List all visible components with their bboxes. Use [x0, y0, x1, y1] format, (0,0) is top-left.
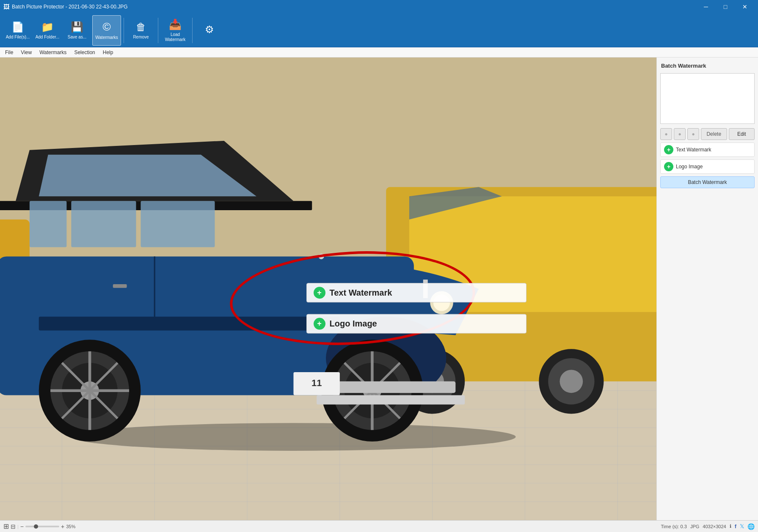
app-icon: 🖼	[3, 3, 9, 10]
status-right: JPG 4032×3024 ℹ f 𝕏 🌐	[690, 523, 755, 530]
toolbar: 📄 Add File(s)... 📁 Add Folder... 💾 Save …	[0, 14, 758, 47]
toolbar-divider-3	[192, 18, 193, 43]
batch-watermark-row[interactable]: Batch Watermark	[660, 176, 755, 188]
title-bar-left: 🖼 Batch Picture Protector - 2021-06-30 2…	[3, 3, 127, 10]
main-area: 11 + Text Watermark + Logo Image Batch W…	[0, 58, 758, 520]
zoom-in-button[interactable]: +	[61, 523, 64, 530]
svg-point-27	[71, 423, 515, 451]
image-area: 11 + Text Watermark + Logo Image	[0, 58, 656, 520]
toolbar-divider	[124, 18, 124, 43]
zoom-thumb	[34, 524, 38, 529]
dimensions-label: 4032×3024	[703, 524, 726, 529]
watermarks-button[interactable]: © Watermarks	[92, 15, 121, 46]
save-as-button[interactable]: 💾 Save as...	[63, 15, 91, 46]
svg-rect-53	[317, 395, 465, 405]
view-icon-2[interactable]: ⊟	[11, 523, 16, 530]
add-files-label: Add File(s)...	[6, 35, 30, 40]
panel-icon-btn-2[interactable]: ●	[674, 128, 686, 140]
svg-rect-31	[30, 201, 67, 247]
text-watermark-overlay[interactable]: + Text Watermark	[306, 283, 526, 302]
status-bar: ⊞ ⊟ | − + 35% Time (s): 0.3 JPG 4032×302…	[0, 520, 758, 532]
facebook-icon[interactable]: f	[735, 523, 736, 529]
svg-rect-51	[39, 317, 340, 331]
menu-selection[interactable]: Selection	[71, 49, 98, 56]
window-title: Batch Picture Protector - 2021-06-30 22-…	[12, 4, 127, 10]
add-files-icon: 📄	[11, 21, 24, 33]
status-center: Time (s): 0.3	[661, 524, 687, 529]
menu-help[interactable]: Help	[99, 49, 117, 56]
web-icon[interactable]: 🌐	[747, 523, 755, 530]
svg-point-57	[319, 254, 324, 259]
svg-rect-32	[71, 201, 136, 247]
edit-button[interactable]: Edit	[729, 128, 755, 140]
panel-logo-wm-label: Logo Image	[676, 164, 703, 170]
menu-watermarks[interactable]: Watermarks	[36, 49, 70, 56]
load-watermark-icon: 📥	[169, 19, 182, 30]
batch-watermark-label: Batch Watermark	[688, 179, 727, 185]
format-label: JPG	[690, 524, 699, 529]
panel-logo-image-row[interactable]: + Logo Image	[660, 159, 755, 174]
maximize-button[interactable]: □	[716, 0, 735, 14]
logo-wm-plus-icon[interactable]: +	[314, 318, 325, 329]
title-bar-controls: ─ □ ✕	[696, 0, 755, 14]
remove-button[interactable]: 🗑 Remove	[127, 15, 155, 46]
add-folder-icon: 📁	[41, 21, 54, 33]
panel-icon-btn-3[interactable]: ●	[687, 128, 699, 140]
delete-button[interactable]: Delete	[701, 128, 727, 140]
panel-text-wm-label: Text Watermark	[676, 147, 711, 153]
menu-file[interactable]: File	[2, 49, 17, 56]
load-watermark-button[interactable]: 📥 Load Watermark	[161, 15, 190, 46]
add-files-button[interactable]: 📄 Add File(s)...	[3, 15, 32, 46]
remove-label: Remove	[133, 35, 149, 40]
menu-view[interactable]: View	[17, 49, 35, 56]
close-button[interactable]: ✕	[735, 0, 755, 14]
panel-logo-wm-plus[interactable]: +	[664, 162, 673, 171]
watermarks-icon: ©	[102, 20, 110, 33]
status-left: ⊞ ⊟ | − + 35%	[3, 522, 658, 530]
toolbar-divider-2	[158, 18, 158, 43]
load-watermark-label: Load Watermark	[163, 32, 188, 42]
settings-button[interactable]: ⚙	[195, 15, 224, 46]
save-as-icon: 💾	[71, 21, 83, 33]
logo-wm-overlay-label: Logo Image	[330, 319, 377, 329]
zoom-out-button[interactable]: −	[20, 523, 24, 530]
right-panel: Batch Watermark ● ● ● Delete Edit + Text…	[656, 58, 758, 520]
svg-rect-61	[113, 284, 127, 288]
twitter-icon[interactable]: 𝕏	[740, 523, 744, 529]
panel-text-wm-plus[interactable]: +	[664, 145, 673, 154]
text-wm-plus-icon[interactable]: +	[314, 287, 325, 299]
info-icon[interactable]: ℹ	[730, 524, 731, 529]
text-wm-overlay-label: Text Watermark	[330, 288, 392, 298]
panel-text-watermark-row[interactable]: + Text Watermark	[660, 143, 755, 157]
logo-image-overlay[interactable]: + Logo Image	[306, 314, 526, 333]
watermarks-label: Watermarks	[95, 35, 118, 40]
menu-bar: File View Watermarks Selection Help	[0, 47, 758, 58]
svg-text:11: 11	[311, 378, 322, 388]
panel-preview	[660, 73, 755, 124]
panel-title: Batch Watermark	[660, 61, 755, 71]
remove-icon: 🗑	[136, 21, 146, 33]
panel-action-row: ● ● ● Delete Edit	[660, 128, 755, 140]
svg-rect-33	[141, 201, 215, 247]
time-label: Time (s): 0.3	[661, 524, 687, 529]
svg-point-26	[560, 370, 583, 393]
settings-icon: ⚙	[205, 24, 214, 36]
divider-status: |	[17, 524, 19, 529]
minimize-button[interactable]: ─	[696, 0, 716, 14]
add-folder-button[interactable]: 📁 Add Folder...	[33, 15, 62, 46]
add-folder-label: Add Folder...	[36, 35, 60, 40]
zoom-label: 35%	[66, 524, 75, 529]
view-icon-1[interactable]: ⊞	[3, 522, 9, 530]
title-bar: 🖼 Batch Picture Protector - 2021-06-30 2…	[0, 0, 758, 14]
save-as-label: Save as...	[68, 35, 86, 40]
panel-icon-btn-1[interactable]: ●	[660, 128, 672, 140]
zoom-slider[interactable]	[25, 526, 59, 527]
